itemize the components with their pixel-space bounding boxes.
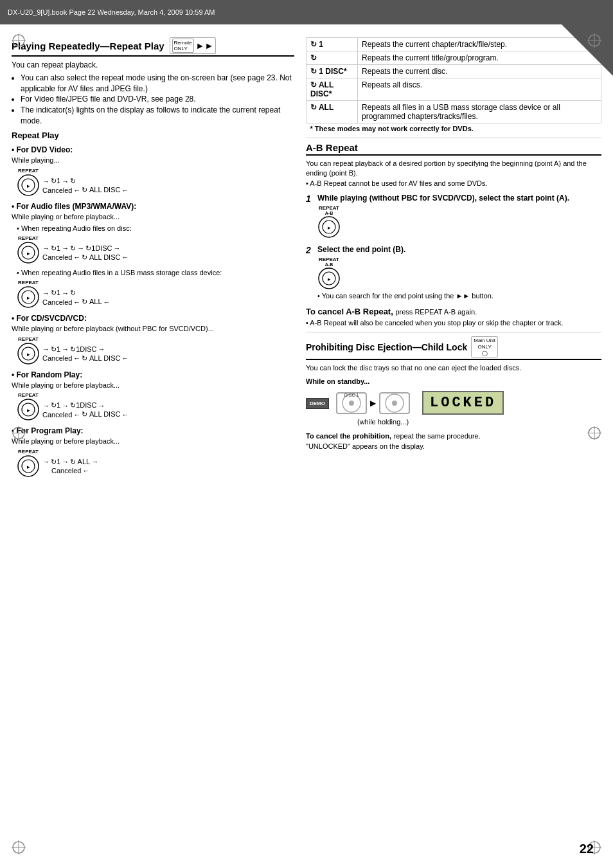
desc-cell: Repeats all discs.: [358, 78, 601, 101]
main-content: Playing Repeatedly—Repeat Play RemoteONL…: [0, 30, 613, 482]
triangle-decoration: [562, 24, 613, 76]
standby-label: While on standby...: [306, 377, 601, 386]
audio-usb-diagram: REPEAT ▸ →↻1→↻ Canceled←↻ ALL←: [17, 280, 294, 309]
symbol-cell: ↻ 1 DISC*: [306, 65, 358, 78]
repeat-button-cd: ▸: [17, 342, 40, 365]
step1-number: 1: [306, 194, 315, 204]
program-sub: While playing or before playback...: [12, 437, 294, 446]
step2-number: 2: [306, 245, 315, 255]
repeat-button-dvd: ▸: [17, 174, 40, 197]
table-row: ↻ ALL Repeats all files in a USB mass st…: [306, 101, 601, 123]
section-body-text: You can repeat playback. You can also se…: [12, 60, 294, 127]
svg-point-44: [349, 401, 354, 406]
svg-text:▸: ▸: [27, 352, 30, 357]
crosshair-mr: [587, 426, 601, 442]
crosshair-ml: [12, 426, 26, 442]
program-label: • For Program Play:: [12, 426, 294, 435]
repeat-play-subtitle: Repeat Play: [12, 131, 294, 140]
program-diagram: REPEAT ▸ →↻1→↻ ALL→ Canceled←: [17, 449, 294, 478]
repeat-button-audio-disc: ▸: [17, 241, 40, 264]
disc-tray-area: DISC 1 ▶: [335, 390, 411, 416]
disc-tray-svg: DISC 1: [335, 390, 368, 416]
symbol-cell: ↻ ALLDISC*: [306, 78, 358, 101]
dvd-video-label: • For DVD Video:: [12, 145, 294, 154]
ab-repeat-title: A-B Repeat: [306, 142, 601, 156]
desc-cell: Repeats all files in a USB mass storage …: [358, 101, 601, 123]
svg-text:▸: ▸: [27, 408, 30, 413]
divider: [306, 138, 601, 138]
repeat-ab-button-1: ▸: [317, 215, 341, 239]
crosshair-tr: [587, 33, 601, 50]
step1-text: While playing (without PBC for SVCD/VCD)…: [317, 194, 569, 203]
lcd-display-area: LOCKED: [417, 391, 504, 415]
step2-note: • You can search for the end point using…: [317, 291, 493, 301]
audio-disc-diagram: REPEAT ▸ →↻1→↻→↻1DISC→ Canceled←↻ ALL DI…: [17, 235, 294, 264]
random-label: • For Random Play:: [12, 370, 294, 379]
unlocked-text: "UNLOCKED" appears on the display.: [306, 442, 601, 451]
page-number: 22: [580, 842, 594, 856]
child-lock-title: Prohibiting Disc Ejection—Child Lock Mai…: [306, 336, 601, 360]
svg-text:▸: ▸: [328, 225, 331, 231]
svg-text:▸: ▸: [328, 276, 331, 282]
table-row: ↻ ALLDISC* Repeats all discs.: [306, 78, 601, 101]
main-unit-badge: Main UnitONLY◯: [471, 336, 498, 357]
header-bar: DX-U20_9[U].book Page 22 Wednesday, Marc…: [0, 0, 613, 24]
while-holding-label: (while holding...): [357, 417, 601, 427]
random-diagram: REPEAT ▸ →↻1→↻1DISC→ Canceled←↻ ALL DISC…: [17, 392, 294, 421]
ab-repeat-body: You can repeat playback of a desired por…: [306, 159, 601, 188]
disc-tray-svg-2: [378, 390, 411, 416]
audio-usb-bullet: • When repeating Audio files in a USB ma…: [17, 268, 294, 278]
right-column: ↻ 1 Repeats the current chapter/track/fi…: [306, 37, 601, 482]
divider2: [306, 332, 601, 332]
cd-svcd-sub: While playing or before playback (withou…: [12, 324, 294, 334]
header-text: DX-U20_9[U].book Page 22 Wednesday, Marc…: [8, 8, 215, 16]
demo-button-area: DEMO: [306, 397, 329, 409]
step1-container: 1 While playing (without PBC for SVCD/VC…: [306, 194, 601, 240]
repeat-button-audio-usb: ▸: [17, 285, 40, 309]
svg-text:▸: ▸: [27, 295, 30, 301]
child-lock-diagram: DEMO DISC 1 ▶ LOCKED: [306, 390, 601, 416]
cancel-ab-text: press REPEAT A-B again.: [395, 308, 477, 316]
svg-text:DISC 1: DISC 1: [344, 393, 359, 397]
crosshair-tl: [12, 33, 26, 50]
step1-diagram: REPEAT A-B ▸: [317, 205, 569, 239]
cd-svcd-label: • For CD/SVCD/VCD:: [12, 314, 294, 323]
cancel-childlock-text: repeat the same procedure.: [394, 432, 481, 440]
step2-diagram: REPEAT A-B ▸: [317, 257, 493, 290]
svg-text:▸: ▸: [27, 464, 30, 470]
repeat-button-program: ▸: [17, 455, 40, 478]
table-note: * These modes may not work correctly for…: [306, 123, 601, 134]
remote-badge: RemoteONLY ►►: [170, 37, 217, 54]
arrow-icon: ▶: [370, 399, 376, 408]
step2-container: 2 Select the end point (B). REPEAT A-B ▸…: [306, 245, 601, 301]
cancel-childlock-title: To cancel the prohibition,: [306, 432, 391, 440]
table-note-row: * These modes may not work correctly for…: [306, 123, 601, 134]
random-sub: While playing or before playback...: [12, 381, 294, 390]
audio-files-sub: While playing or before playback...: [12, 212, 294, 222]
svg-point-48: [392, 401, 397, 406]
audio-disc-bullet: • When repeating Audio files on disc:: [17, 224, 294, 233]
repeat-ab-button-2: ▸: [317, 267, 341, 290]
table-row: ↻ 1 DISC* Repeats the current disc.: [306, 65, 601, 78]
step2-text: Select the end point (B).: [317, 245, 493, 254]
repeat-mode-table: ↻ 1 Repeats the current chapter/track/fi…: [306, 37, 601, 134]
cancel-childlock-container: To cancel the prohibition, repeat the sa…: [306, 431, 601, 451]
playing-section-title: Playing Repeatedly—Repeat Play RemoteONL…: [12, 37, 294, 57]
audio-files-label: • For Audio files (MP3/WMA/WAV):: [12, 202, 294, 211]
symbol-cell: ↻ 1: [306, 38, 358, 51]
child-lock-body: You can lock the disc trays so that no o…: [306, 363, 601, 373]
cancel-ab-bullet: • A-B Repeat will also be canceled when …: [306, 318, 601, 328]
symbol-cell: ↻ ALL: [306, 101, 358, 123]
repeat-button-random: ▸: [17, 398, 40, 421]
svg-text:▸: ▸: [27, 251, 30, 257]
dvd-diagram: REPEAT ▸ →↻1→↻ Canceled←↻ ALL DISC←: [17, 168, 294, 197]
svg-text:▸: ▸: [27, 183, 30, 189]
lcd-display: LOCKED: [422, 391, 504, 415]
cancel-ab-title: To cancel A-B Repeat,: [306, 307, 393, 316]
left-column: Playing Repeatedly—Repeat Play RemoteONL…: [12, 37, 294, 482]
symbol-cell: ↻: [306, 51, 358, 65]
cancel-ab-container: To cancel A-B Repeat, press REPEAT A-B a…: [306, 307, 601, 329]
crosshair-bl: [12, 840, 26, 856]
table-row: ↻ 1 Repeats the current chapter/track/fi…: [306, 38, 601, 51]
cd-diagram: REPEAT ▸ →↻1→↻1DISC→ Canceled←↻ ALL DISC…: [17, 336, 294, 365]
